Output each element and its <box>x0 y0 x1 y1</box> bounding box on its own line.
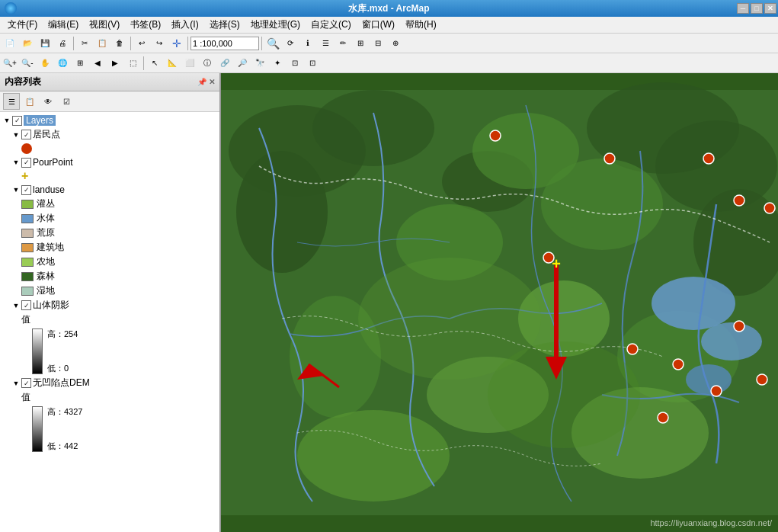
landuse-expand[interactable]: ▼ <box>11 184 21 195</box>
svg-point-3 <box>312 90 434 166</box>
tb-btn-c[interactable]: ⊕ <box>387 35 404 52</box>
toc-close-icon[interactable]: ✕ <box>209 78 215 86</box>
arrow-tool[interactable]: ↖ <box>146 55 163 72</box>
full-extent-btn[interactable]: ⊞ <box>72 55 88 72</box>
select-features-btn[interactable]: ⬜ <box>181 55 198 72</box>
layer-landuse-item[interactable]: ▼ landuse <box>0 183 219 197</box>
identify-features-btn[interactable]: ⓘ <box>199 55 216 72</box>
open-button[interactable]: 📂 <box>19 35 36 52</box>
identify-button[interactable]: ℹ <box>299 35 316 52</box>
layer-hillshade-item[interactable]: ▼ 山体阴影 <box>0 298 219 312</box>
select-btn[interactable]: ⬚ <box>124 55 141 72</box>
landuse-water-item[interactable]: 水体 <box>0 211 219 226</box>
redo-button[interactable]: ↪ <box>151 35 168 52</box>
landuse-farmland-item[interactable]: 农地 <box>0 255 219 269</box>
sep2 <box>130 37 131 50</box>
maximize-button[interactable]: □ <box>751 3 763 14</box>
tb2-btn-c[interactable]: ⊡ <box>304 55 321 72</box>
back-btn[interactable]: ◀ <box>89 55 106 72</box>
landuse-label: landuse <box>33 184 65 195</box>
hillshade-expand[interactable]: ▼ <box>11 300 21 311</box>
menu-customize[interactable]: 自定义(C) <box>306 17 356 33</box>
toolbar1: 📄 📂 💾 🖨 ✂ 📋 🗑 ↩ ↪ ✛ 🔍 ⟳ ℹ ☰ ✏ ⊞ ⊟ ⊕ <box>0 34 778 53</box>
layer-dem-item[interactable]: ▼ 无凹陷点DEM <box>0 376 219 390</box>
pourpoint-checkbox[interactable] <box>21 158 31 168</box>
tb2-btn-b[interactable]: ⊡ <box>287 55 303 72</box>
globe-btn[interactable]: 🌐 <box>54 55 71 72</box>
magnifier-btn[interactable]: 🔭 <box>251 55 268 72</box>
print-button[interactable]: 🖨 <box>54 35 71 52</box>
toc-list-view[interactable]: ☰ <box>3 93 20 110</box>
svg-point-25 <box>604 153 615 164</box>
hyperlink-btn[interactable]: 🔗 <box>216 55 233 72</box>
delete-button[interactable]: 🗑 <box>111 35 128 52</box>
toc-visible-view[interactable]: 👁 <box>40 93 56 110</box>
layers-root-item[interactable]: ▼ Layers <box>0 114 219 127</box>
landuse-building-item[interactable]: 建筑地 <box>0 240 219 255</box>
residents-legend-item <box>0 142 219 155</box>
layers-label: Layers <box>24 115 56 126</box>
copy-button[interactable]: 📋 <box>94 35 110 52</box>
scale-input[interactable] <box>190 37 259 50</box>
toc-header: 内容列表 📌 ✕ <box>0 73 219 91</box>
menu-selection[interactable]: 选择(S) <box>205 17 245 33</box>
menu-edit[interactable]: 编辑(E) <box>43 17 83 33</box>
menu-file[interactable]: 文件(F) <box>3 17 42 33</box>
landuse-shrub-item[interactable]: 灌丛 <box>0 197 219 211</box>
landuse-checkbox[interactable] <box>21 185 31 195</box>
zoom-out-btn[interactable]: 🔍- <box>19 55 36 72</box>
layer-pourpoint-item[interactable]: ▼ PourPoint <box>0 155 219 169</box>
map-area[interactable]: + https://liyuanxiang.blog.csdn.net/ <box>221 73 778 532</box>
window-controls[interactable]: ─ □ ✕ <box>737 3 776 14</box>
svg-point-28 <box>764 203 775 213</box>
tb-btn-zoom-in[interactable]: 🔍 <box>264 35 281 52</box>
pourpoint-expand[interactable]: ▼ <box>11 157 21 168</box>
menu-bookmarks[interactable]: 书签(B) <box>126 17 165 33</box>
layer-residents-item[interactable]: ▼ 居民点 <box>0 127 219 142</box>
dem-value-label: 值 <box>21 391 30 404</box>
undo-button[interactable]: ↩ <box>133 35 150 52</box>
minimize-button[interactable]: ─ <box>737 3 749 14</box>
save-button[interactable]: 💾 <box>37 35 53 52</box>
forest-label: 森林 <box>37 270 55 283</box>
forward-btn[interactable]: ▶ <box>107 55 123 72</box>
find-btn[interactable]: 🔎 <box>234 55 251 72</box>
zoom-in-btn[interactable]: 🔍+ <box>2 55 18 72</box>
toc-source-view[interactable]: 📋 <box>21 93 38 110</box>
landuse-forest-item[interactable]: 森林 <box>0 269 219 284</box>
menu-geoprocessing[interactable]: 地理处理(G) <box>246 17 305 33</box>
landuse-barren-item[interactable]: 荒原 <box>0 226 219 240</box>
svg-point-35 <box>734 321 744 332</box>
cut-button[interactable]: ✂ <box>76 35 93 52</box>
layout-button[interactable]: ⊞ <box>352 35 369 52</box>
building-color <box>21 243 34 252</box>
layers-expand[interactable]: ▼ <box>2 115 12 126</box>
menu-view[interactable]: 视图(V) <box>85 17 124 33</box>
wetland-color <box>21 287 34 296</box>
editor-button[interactable]: ✏ <box>335 35 351 52</box>
hillshade-checkbox[interactable] <box>21 300 31 310</box>
svg-point-26 <box>490 130 501 141</box>
menu-help[interactable]: 帮助(H) <box>401 17 441 33</box>
tb-btn-b[interactable]: ⊟ <box>370 35 386 52</box>
tb2-btn-a[interactable]: ✦ <box>269 55 286 72</box>
menu-insert[interactable]: 插入(I) <box>167 17 203 33</box>
new-button[interactable]: 📄 <box>2 35 18 52</box>
toc-selection-view[interactable]: ☑ <box>58 93 75 110</box>
layers-checkbox[interactable] <box>12 116 22 126</box>
dem-expand[interactable]: ▼ <box>11 378 21 389</box>
landuse-wetland-item[interactable]: 湿地 <box>0 284 219 298</box>
close-button[interactable]: ✕ <box>764 3 776 14</box>
refresh-button[interactable]: ⟳ <box>282 35 299 52</box>
svg-point-34 <box>658 412 668 423</box>
residents-checkbox[interactable] <box>21 130 31 139</box>
pan-btn[interactable]: ✋ <box>37 55 53 72</box>
add-data-button[interactable]: ✛ <box>168 35 185 52</box>
menu-window[interactable]: 窗口(W) <box>357 17 399 33</box>
dem-checkbox[interactable] <box>21 378 31 388</box>
tb-btn-a[interactable]: ☰ <box>317 35 334 52</box>
toc-pin-icon[interactable]: 📌 <box>197 78 207 86</box>
toc-controls: 📌 ✕ <box>197 78 215 86</box>
residents-expand[interactable]: ▼ <box>11 130 21 140</box>
measure-btn[interactable]: 📐 <box>164 55 181 72</box>
